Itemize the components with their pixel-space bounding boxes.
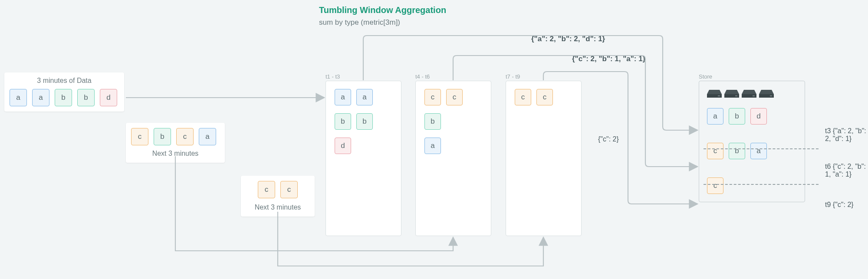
window-3-row: c c	[515, 89, 572, 105]
token-c: c	[280, 181, 298, 198]
server-icon	[759, 89, 774, 98]
store-row-3: c	[707, 177, 797, 194]
window-2-row: b	[424, 113, 482, 130]
token-a: a	[424, 138, 441, 154]
source-card-1-tokens: a a b b d	[10, 89, 119, 106]
store-divider	[704, 184, 819, 185]
source-card-1: 3 minutes of Data a a b b d	[4, 72, 124, 112]
token-a: a	[10, 89, 27, 106]
token-b: b	[729, 143, 745, 159]
svg-rect-2	[718, 95, 720, 96]
token-b: b	[729, 108, 745, 125]
source-card-3-tokens: c c	[246, 181, 309, 198]
token-c: c	[258, 181, 275, 198]
diagram-title: Tumbling Window Aggregation	[319, 5, 446, 15]
token-b: b	[356, 113, 373, 130]
svg-rect-5	[735, 95, 737, 96]
token-c: c	[536, 89, 553, 105]
window-2: c c b a	[415, 81, 491, 236]
svg-rect-8	[753, 95, 755, 96]
store-row-3-text: t9 {"c": 2}	[825, 201, 854, 209]
token-d: d	[750, 108, 767, 125]
token-d: d	[100, 89, 117, 106]
token-b: b	[154, 128, 171, 145]
window-1-row: a a	[335, 89, 392, 105]
token-b: b	[55, 89, 72, 106]
window-1-row: b b	[335, 113, 392, 130]
store-divider	[704, 148, 819, 149]
token-c: c	[707, 143, 723, 159]
server-icon	[724, 89, 739, 98]
window-3-label: t7 - t9	[506, 73, 520, 80]
token-b: b	[335, 113, 351, 130]
token-b: b	[424, 113, 441, 130]
window-1-label: t1 - t3	[326, 73, 340, 80]
store-row-2: c b a	[707, 143, 797, 159]
token-c: c	[176, 128, 194, 145]
token-a: a	[707, 108, 723, 125]
token-a: a	[335, 89, 351, 105]
arrow-result-1: {"a": 2, "b": 2, "d": 1}	[531, 35, 605, 43]
token-b: b	[77, 89, 95, 106]
source-card-2-label: Next 3 minutes	[131, 150, 220, 158]
token-d: d	[335, 138, 351, 154]
token-c: c	[131, 128, 148, 145]
source-card-3: c c Next 3 minutes	[241, 176, 315, 217]
window-1-row: d	[335, 138, 392, 154]
token-c: c	[446, 89, 463, 105]
store-label: Store	[699, 73, 712, 80]
svg-rect-11	[770, 95, 772, 96]
arrow-result-3: {"c": 2}	[598, 135, 619, 143]
window-2-label: t4 - t6	[415, 73, 430, 80]
source-card-1-label: 3 minutes of Data	[10, 77, 119, 85]
window-2-row: a	[424, 138, 482, 154]
token-c: c	[515, 89, 531, 105]
store-row-1: a b d	[707, 108, 797, 125]
token-a: a	[750, 143, 767, 159]
token-c: c	[707, 177, 723, 194]
window-3: c c	[506, 81, 582, 236]
server-icon	[742, 89, 756, 98]
window-1: a a b b d	[326, 81, 401, 236]
arrow-result-2: {"c": 2, "b": 1, "a": 1}	[572, 55, 645, 63]
store-row-2-text: t6 {"c": 2, "b": 1, "a": 1}	[825, 163, 868, 178]
server-icons	[707, 89, 797, 98]
server-icon	[707, 89, 722, 98]
source-card-3-label: Next 3 minutes	[246, 204, 309, 211]
token-c: c	[424, 89, 441, 105]
token-a: a	[356, 89, 373, 105]
token-a: a	[199, 128, 216, 145]
diagram-subtitle: sum by type (metric[3m])	[319, 18, 400, 27]
source-card-2: c b c a Next 3 minutes	[126, 123, 225, 163]
source-card-2-tokens: c b c a	[131, 128, 220, 145]
window-2-row: c c	[424, 89, 482, 105]
token-a: a	[32, 89, 49, 106]
store-row-1-text: t3 {"a": 2, "b": 2, "d": 1}	[825, 127, 868, 143]
